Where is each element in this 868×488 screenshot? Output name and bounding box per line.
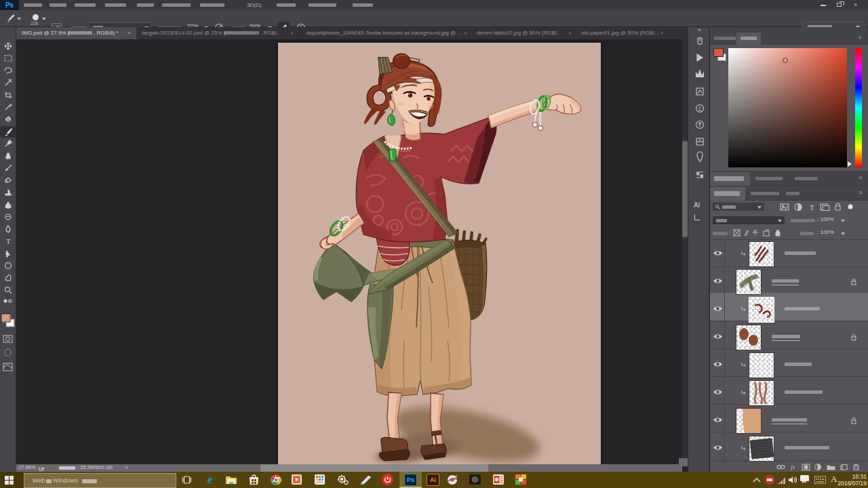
svg-text:T: T [6, 237, 11, 245]
svg-text:T: T [810, 203, 814, 211]
svg-text:fx: fx [791, 464, 795, 470]
